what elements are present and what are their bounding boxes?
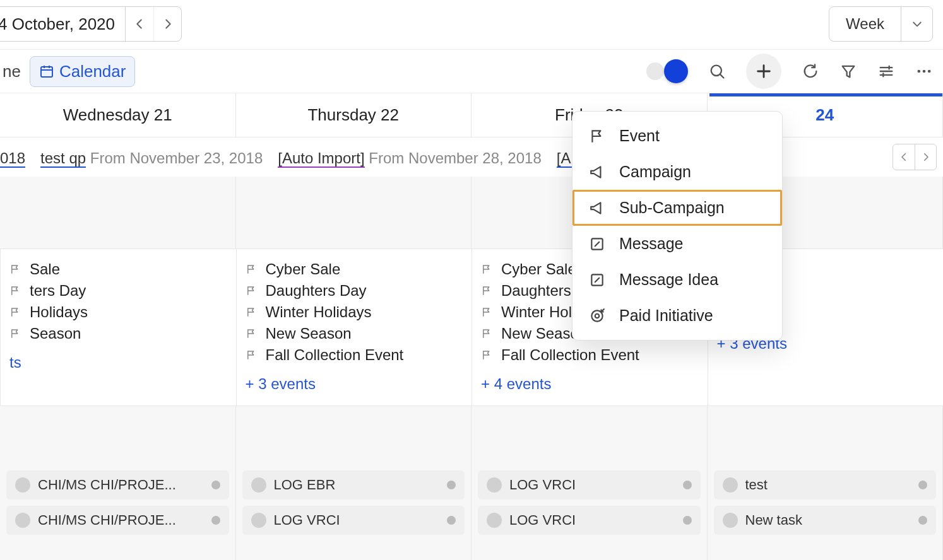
menu-item-sub-campaign[interactable]: Sub-Campaign	[572, 190, 782, 226]
crumb-nav	[893, 144, 937, 170]
view-toggle[interactable]	[646, 59, 688, 83]
filter-icon[interactable]	[839, 62, 857, 80]
event-item[interactable]: New Season	[246, 325, 463, 342]
calendar-icon	[39, 64, 54, 79]
more-events-link[interactable]: + 4 events	[481, 375, 699, 393]
range-select[interactable]: Week	[829, 6, 933, 42]
status-dot	[447, 481, 456, 489]
avatar	[15, 513, 30, 528]
task-column: LOG VRCILOG VRCI	[472, 467, 708, 545]
date-range-box: 4 October, 2020	[0, 6, 182, 42]
avatar	[723, 513, 738, 528]
topbar: 4 October, 2020 Week	[0, 5, 943, 43]
event-item[interactable]: Winter Holidays	[246, 303, 463, 321]
tab-calendar[interactable]: Calendar	[30, 56, 136, 87]
status-dot	[211, 481, 220, 489]
flag-icon	[246, 306, 257, 318]
flag-icon	[9, 264, 21, 275]
settings-icon[interactable]	[877, 62, 895, 80]
flag-icon	[481, 349, 492, 361]
event-item[interactable]: Cyber Sale	[246, 260, 463, 278]
flag-icon	[589, 128, 605, 144]
task-column: CHI/MS CHI/PROJE...CHI/MS CHI/PROJE...	[0, 467, 236, 545]
menu-item-event[interactable]: Event	[572, 118, 782, 154]
crumb-prev-button[interactable]	[893, 144, 915, 170]
range-label: Week	[829, 15, 901, 33]
status-dot	[447, 516, 456, 525]
flag-icon	[481, 306, 492, 318]
avatar	[723, 477, 738, 493]
day-header[interactable]: Thursday 22	[236, 93, 472, 137]
menu-item-message[interactable]: Message	[572, 226, 782, 262]
task-item[interactable]: LOG EBR	[242, 470, 465, 499]
day-card: Saleters Day HolidaysSeasonts	[0, 248, 237, 406]
task-item[interactable]: LOG VRCI	[478, 470, 701, 499]
event-item[interactable]: Holidays	[9, 303, 227, 321]
day-header[interactable]: Wednesday 21	[0, 93, 236, 137]
menu-item-paid-initiative[interactable]: Paid Initiative	[572, 298, 782, 334]
megaphone-icon	[589, 200, 605, 216]
next-period-button[interactable]	[153, 7, 181, 41]
more-events-link[interactable]: + 3 events	[246, 375, 463, 393]
status-dot	[211, 516, 220, 525]
status-dot	[683, 516, 692, 525]
edit-icon	[589, 272, 605, 288]
crumb-item[interactable]: test qp From November 23, 2018	[40, 149, 263, 167]
flag-icon	[9, 285, 21, 296]
refresh-icon[interactable]	[802, 62, 819, 80]
event-item[interactable]: Daughters Day	[246, 282, 463, 300]
prev-period-button[interactable]	[126, 7, 153, 41]
task-column: LOG EBRLOG VRCI	[236, 467, 472, 545]
task-item[interactable]: New task	[714, 506, 937, 535]
crumb-item[interactable]: [Auto Import] From November 28, 2018	[278, 149, 542, 167]
crumb-next-button[interactable]	[915, 144, 936, 170]
view-tabs: ne Calendar	[0, 56, 135, 87]
task-rows: CHI/MS CHI/PROJE...CHI/MS CHI/PROJE...LO…	[0, 467, 943, 545]
view-toolbar: ne Calendar	[0, 49, 943, 93]
menu-item-campaign[interactable]: Campaign	[572, 154, 782, 190]
event-item[interactable]: Season	[9, 325, 227, 342]
flag-icon	[481, 285, 492, 296]
task-item[interactable]: CHI/MS CHI/PROJE...	[6, 506, 229, 535]
event-item[interactable]: Fall Collection Event	[246, 346, 463, 364]
avatar	[15, 477, 30, 493]
avatar	[251, 513, 266, 528]
menu-item-message-idea[interactable]: Message Idea	[572, 262, 782, 298]
crumb-item[interactable]: 018	[0, 149, 25, 167]
flag-icon	[481, 328, 492, 339]
event-item[interactable]: ters Day	[9, 282, 227, 300]
toggle-on-knob	[664, 59, 688, 83]
event-item[interactable]: Sale	[9, 260, 227, 278]
edit-icon	[589, 236, 605, 252]
day-card: Cyber SaleDaughters DayWinter HolidaysNe…	[236, 248, 473, 406]
flag-icon	[481, 264, 492, 275]
status-dot	[918, 516, 927, 525]
avatar	[487, 477, 502, 493]
more-events-link[interactable]: ts	[9, 354, 227, 371]
task-item[interactable]: test	[714, 470, 937, 499]
tab-calendar-label: Calendar	[59, 62, 126, 81]
flag-icon	[246, 349, 257, 361]
event-cards: Saleters Day HolidaysSeasontsCyber SaleD…	[0, 248, 943, 406]
tab-timeline[interactable]: ne	[0, 56, 30, 87]
flag-icon	[246, 328, 257, 339]
task-item[interactable]: LOG VRCI	[242, 506, 465, 535]
target-icon	[589, 308, 605, 324]
status-dot	[683, 481, 692, 489]
flag-icon	[246, 264, 257, 275]
flag-icon	[9, 306, 21, 318]
task-item[interactable]: CHI/MS CHI/PROJE...	[6, 470, 229, 499]
flag-icon	[9, 328, 21, 339]
more-icon[interactable]	[915, 62, 933, 80]
event-item[interactable]: Fall Collection Event	[481, 346, 699, 364]
status-dot	[918, 481, 927, 489]
toolbar	[646, 54, 933, 89]
add-button[interactable]	[746, 54, 781, 89]
avatar	[487, 513, 502, 528]
task-column: testNew task	[708, 467, 944, 545]
add-menu: EventCampaignSub-CampaignMessageMessage …	[572, 111, 783, 341]
task-item[interactable]: LOG VRCI	[478, 506, 701, 535]
flag-icon	[246, 285, 257, 296]
avatar	[251, 477, 266, 493]
search-icon[interactable]	[708, 62, 726, 80]
